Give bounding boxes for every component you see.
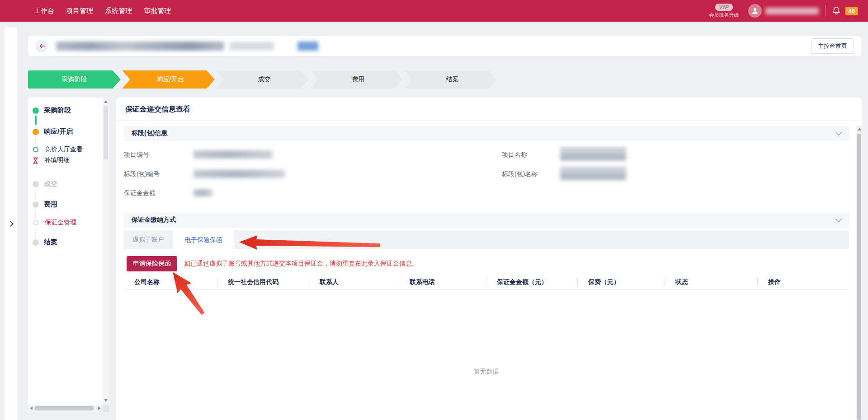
step-fees[interactable]: 费用 bbox=[310, 70, 403, 89]
project-title-redacted bbox=[56, 42, 224, 51]
timeline-connector bbox=[35, 116, 37, 125]
sidebar-item-label: 成交 bbox=[44, 180, 57, 188]
back-button[interactable] bbox=[35, 40, 48, 52]
column-company-name: 公司名称 bbox=[123, 275, 217, 289]
scrollbar-thumb[interactable] bbox=[104, 106, 108, 160]
scroll-up-icon[interactable] bbox=[858, 128, 861, 131]
page-title: 保证金递交信息查看 bbox=[125, 105, 190, 114]
value-project-name-redacted bbox=[560, 147, 626, 161]
sidebar-item-label: 保证金管理 bbox=[45, 219, 76, 227]
status-chip-redacted bbox=[297, 42, 318, 51]
sidebar-horizontal-scrollbar[interactable] bbox=[28, 405, 103, 412]
username-redacted bbox=[765, 8, 819, 14]
value-project-no-redacted bbox=[193, 150, 273, 159]
page-topbar: 主控台首页 bbox=[28, 36, 861, 56]
collapse-chevron-icon[interactable] bbox=[835, 129, 842, 135]
divider bbox=[116, 120, 862, 121]
sidebar-item-label: 补填明细 bbox=[44, 156, 70, 164]
sidebar-item-procurement-stage[interactable]: 采购阶段 bbox=[33, 106, 71, 115]
column-contact-person: 联系人 bbox=[309, 275, 399, 289]
top-navigation: 工作台 项目管理 系统管理 审批管理 VIP 会员服务升级 46 bbox=[0, 0, 868, 22]
scroll-up-icon[interactable] bbox=[104, 100, 108, 103]
sidebar-item-deposit-management[interactable]: 保证金管理 bbox=[33, 219, 76, 227]
pending-dot-icon bbox=[33, 239, 39, 246]
value-package-no-redacted bbox=[193, 170, 285, 178]
section-header-payment-method[interactable]: 保证金缴纳方式 bbox=[123, 212, 849, 228]
step-deal[interactable]: 成交 bbox=[216, 70, 309, 89]
step-procurement-stage[interactable]: 采购阶段 bbox=[28, 70, 121, 89]
section-title: 保证金缴纳方式 bbox=[132, 216, 176, 224]
field-label-project-no: 项目编号 bbox=[124, 151, 149, 159]
scroll-right-icon[interactable] bbox=[98, 406, 101, 410]
console-home-button[interactable]: 主控台首页 bbox=[811, 38, 854, 54]
header-divider bbox=[825, 5, 826, 17]
scrollbar-corner bbox=[103, 405, 109, 412]
nav-system-management[interactable]: 系统管理 bbox=[105, 0, 132, 22]
vip-icon: VIP bbox=[715, 4, 732, 11]
done-dot-icon bbox=[33, 107, 39, 114]
nav-workbench[interactable]: 工作台 bbox=[34, 0, 54, 22]
stage-sidebar: 采购阶段 响应/开启 竞价大厅查看 补填明细 成交 费用 保证金管理 结案 bbox=[28, 98, 109, 412]
section-title: 标段(包)信息 bbox=[132, 129, 167, 137]
collapse-chevron-icon[interactable] bbox=[835, 216, 842, 222]
vip-caption: 会员服务升级 bbox=[709, 12, 739, 19]
value-deposit-amount-redacted bbox=[193, 189, 212, 196]
pending-dot-icon bbox=[33, 181, 39, 187]
duplicate-deposit-warning: 如已通过虚拟子账号或其他方式递交本项目保证金，请勿重复在此录入保证金信息。 bbox=[184, 260, 418, 268]
main-nav: 工作台 项目管理 系统管理 审批管理 bbox=[0, 0, 171, 22]
vip-upgrade[interactable]: VIP 会员服务升级 bbox=[709, 4, 739, 19]
step-response-open[interactable]: 响应/开启 bbox=[122, 70, 215, 89]
payment-method-tabs: 虚拟子账户 电子保险保函 bbox=[123, 230, 849, 249]
user-icon bbox=[751, 7, 759, 15]
nav-approval-management[interactable]: 审批管理 bbox=[144, 0, 171, 22]
sidebar-item-label: 竞价大厅查看 bbox=[45, 145, 83, 154]
main-panel: 保证金递交信息查看 标段(包)信息 项目编号 项目名称 标段(包)编号 标段(包… bbox=[116, 98, 862, 420]
pending-dot-icon bbox=[33, 201, 39, 208]
sidebar-item-response-open[interactable]: 响应/开启 bbox=[33, 127, 73, 136]
column-contact-phone: 联系电话 bbox=[399, 275, 486, 289]
nav-project-management[interactable]: 项目管理 bbox=[66, 0, 93, 22]
notification-count-badge[interactable]: 46 bbox=[845, 7, 858, 15]
user-account[interactable] bbox=[748, 4, 819, 18]
sidebar-item-fill-details[interactable]: 补填明细 bbox=[32, 156, 70, 164]
scroll-left-icon[interactable] bbox=[30, 406, 33, 410]
back-arrow-icon bbox=[38, 42, 45, 50]
sidebar-item-fees[interactable]: 费用 bbox=[33, 200, 57, 209]
sidebar-item-deal[interactable]: 成交 bbox=[33, 180, 57, 188]
tab-virtual-subaccount[interactable]: 虚拟子账户 bbox=[123, 230, 173, 249]
field-label-project-name: 项目名称 bbox=[502, 151, 527, 159]
value-package-name-redacted bbox=[560, 167, 626, 180]
timeline-connector bbox=[35, 137, 36, 145]
notification-bell-icon[interactable] bbox=[832, 6, 841, 16]
column-actions: 操作 bbox=[757, 275, 849, 289]
field-label-package-name: 标段(包)名称 bbox=[502, 170, 538, 178]
apply-insurance-guarantee-button[interactable]: 申请保险保函 bbox=[127, 256, 177, 271]
sidebar-item-bidding-hall[interactable]: 竞价大厅查看 bbox=[33, 145, 83, 154]
sidebar-item-label: 费用 bbox=[44, 200, 57, 209]
timeline-connector bbox=[35, 190, 36, 199]
scroll-down-icon[interactable] bbox=[104, 399, 108, 402]
field-label-deposit-amount: 保证金金额 bbox=[124, 189, 156, 197]
sidebar-item-label: 响应/开启 bbox=[44, 127, 73, 136]
process-steps: 采购阶段 响应/开启 成交 费用 结案 bbox=[28, 70, 497, 89]
current-ring-icon bbox=[33, 220, 38, 225]
field-label-package-no: 标段(包)编号 bbox=[124, 170, 160, 178]
section-header-package-info[interactable]: 标段(包)信息 bbox=[123, 126, 849, 141]
sidebar-item-closing[interactable]: 结案 bbox=[33, 238, 57, 247]
timeline-connector bbox=[35, 229, 36, 238]
empty-state-text: 暂无数据 bbox=[123, 368, 849, 376]
sidebar-vertical-scrollbar[interactable] bbox=[103, 98, 109, 405]
column-credit-code: 统一社会信用代码 bbox=[217, 275, 309, 289]
avatar bbox=[748, 4, 762, 18]
active-dot-icon bbox=[33, 129, 39, 135]
done-ring-icon bbox=[33, 147, 38, 152]
column-status: 状态 bbox=[665, 275, 757, 289]
column-premium: 保费（元） bbox=[577, 275, 665, 289]
tab-electronic-insurance-guarantee[interactable]: 电子保险保函 bbox=[173, 230, 234, 250]
scrollbar-thumb[interactable] bbox=[857, 134, 861, 420]
content-vertical-scrollbar[interactable] bbox=[856, 126, 862, 420]
step-closing[interactable]: 结案 bbox=[404, 70, 497, 89]
scrollbar-thumb[interactable] bbox=[34, 406, 94, 411]
expand-panel-icon[interactable] bbox=[8, 221, 14, 227]
project-title-redacted-2 bbox=[230, 42, 274, 50]
